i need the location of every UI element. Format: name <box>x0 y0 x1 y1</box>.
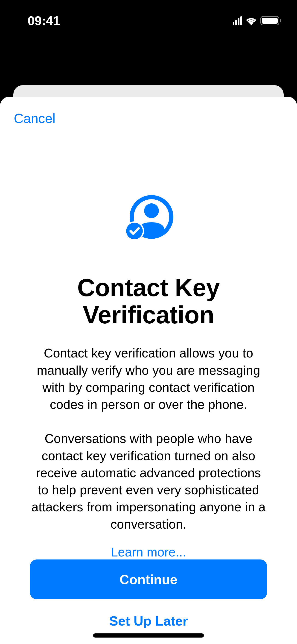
page-title: Contact Key Verification <box>31 274 266 328</box>
description: Contact key verification allows you to m… <box>31 344 266 533</box>
svg-point-1 <box>144 204 159 218</box>
person-checkmark-icon <box>120 188 177 247</box>
sheet-content: Contact Key Verification Contact key ver… <box>0 126 297 560</box>
wifi-icon <box>245 16 257 25</box>
learn-more-link[interactable]: Learn more... <box>111 545 186 560</box>
sheet-footer: Continue Set Up Later <box>0 560 297 644</box>
status-icons <box>233 16 283 25</box>
description-paragraph-1: Contact key verification allows you to m… <box>31 344 266 413</box>
description-paragraph-2: Conversations with people who have conta… <box>31 430 266 533</box>
status-time: 09:41 <box>14 13 60 28</box>
status-bar: 09:41 <box>0 0 297 42</box>
cellular-icon <box>233 16 242 25</box>
cancel-button[interactable]: Cancel <box>14 110 56 126</box>
sheet-header: Cancel <box>0 97 297 126</box>
home-indicator <box>93 634 204 638</box>
battery-icon <box>260 16 281 25</box>
modal-sheet: Cancel Contact Key Verification Contact … <box>0 97 297 644</box>
set-up-later-button[interactable]: Set Up Later <box>109 613 188 628</box>
continue-button[interactable]: Continue <box>30 560 267 599</box>
